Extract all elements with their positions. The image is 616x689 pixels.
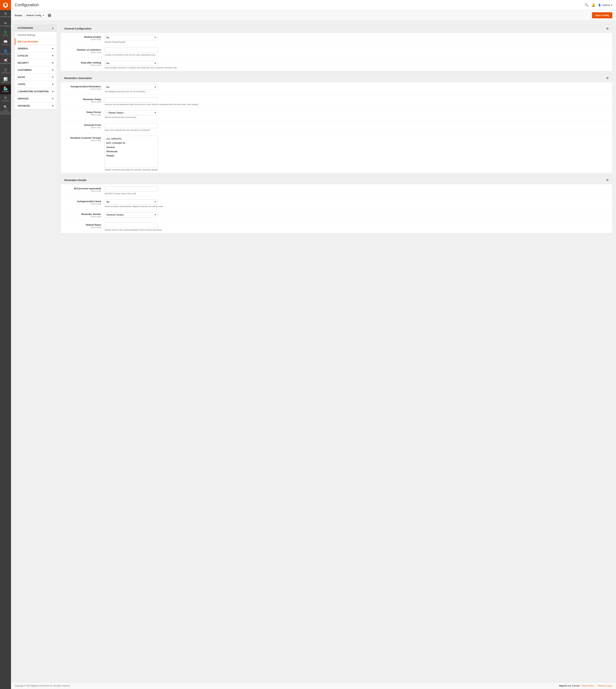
content-icon: ◫: [4, 68, 7, 71]
number-of-reminders-hint: number of reminders to be sent for each …: [105, 54, 609, 56]
sidebar-label-catalog: CATALOG: [2, 44, 9, 46]
sidebar-item-reports[interactable]: 📊 REPORTS: [0, 76, 11, 85]
default-name-row: Default Name [store view] Default name o…: [61, 220, 612, 233]
reminders-generation-collapse-icon: ⊖: [606, 76, 609, 80]
reminder-sender-row: Reminder Sender [store view] General Con…: [61, 210, 612, 220]
generate-from-hint: Days since abandoned carts should be con…: [105, 129, 609, 131]
sidebar-item-system[interactable]: ⚙ SYSTEM: [0, 94, 11, 104]
user-chevron-icon: ▾: [611, 4, 612, 6]
scope-select[interactable]: Default Config: [24, 13, 46, 18]
general-configuration-header[interactable]: General Configuration ⊖: [61, 25, 612, 33]
reminder-sender-select[interactable]: General Contact Sales Representative Cus…: [105, 212, 158, 217]
generate-from-label: Generate From: [64, 124, 101, 126]
nav-marketing-automation-chevron-icon: ▼: [52, 90, 54, 93]
nav-item-ew-cart-reminder[interactable]: EW Cart Reminder: [15, 38, 57, 45]
sidebar-item-customers[interactable]: 👤 CUSTOMERS: [0, 47, 11, 57]
sidebar-label-extendware: EXTENDWARE: [0, 25, 11, 27]
nav-advanced-header[interactable]: ADVANCED ▼: [15, 102, 57, 109]
scope-left: Scope: Default Config ?: [15, 13, 51, 18]
disabled-customer-groups-input-col: ALL GROUPS NOT LOGGED IN General Wholesa…: [105, 136, 609, 171]
dashboard-icon: ⊞: [4, 12, 7, 15]
sidebar-item-content[interactable]: ◫ CONTENT: [0, 66, 11, 76]
sidebar-label-find-partners: FIND PARTNERS & EXTENSIONS: [0, 109, 11, 115]
scope-help-icon[interactable]: ?: [48, 14, 51, 17]
reminder-delay-input[interactable]: [105, 97, 158, 103]
module-enable-select[interactable]: No Yes: [105, 35, 158, 40]
disabled-customer-groups-listbox[interactable]: ALL GROUPS NOT LOGGED IN General Wholesa…: [105, 136, 158, 168]
module-enable-label: Module Enable: [64, 36, 101, 38]
left-nav: EXTENDWARE ▲ General Settings EW Cart Re…: [15, 24, 57, 679]
nav-yotpo-header[interactable]: YOTPO ▼: [15, 81, 57, 88]
extendware-icon: ◈: [4, 21, 7, 25]
search-icon[interactable]: 🔍: [585, 3, 589, 7]
sidebar-item-sales[interactable]: 💲 SALES: [0, 29, 11, 38]
delay-period-select[interactable]: -- Please Select -- Minutes Hours Days: [105, 110, 158, 115]
nav-customers-header[interactable]: CUSTOMERS ▼: [15, 67, 57, 74]
user-menu[interactable]: 👤 vaibhav ▾: [598, 4, 612, 6]
bcc-input[interactable]: [105, 186, 158, 192]
disabled-customer-groups-label-col: Disabled Customer Groups [store view]: [64, 136, 105, 142]
footer-separator: |: [596, 685, 596, 687]
autogeneration-send-hint: Send reminders automatically, Magento in…: [105, 205, 609, 208]
nav-item-general-settings[interactable]: General Settings: [15, 32, 57, 38]
sidebar-label-system: SYSTEM: [2, 100, 9, 102]
autogeneration-reminders-scope: [store view]: [64, 88, 101, 90]
marketing-icon: 📢: [3, 59, 7, 62]
nav-security-header[interactable]: SECURITY ▼: [15, 60, 57, 67]
copyright-text: Copyright © 2022 Magento Commerce Inc. A…: [15, 685, 70, 687]
sidebar-label-dashboard: DASHBOARD: [0, 16, 11, 18]
stores-icon: 🏪: [3, 87, 7, 90]
generate-from-input[interactable]: [105, 123, 158, 128]
reminder-delay-label-col: Reminder Delay [store view]: [64, 97, 105, 103]
sidebar-item-dashboard[interactable]: ⊞ DASHBOARD: [0, 10, 11, 19]
autogeneration-send-select[interactable]: No Yes: [105, 199, 158, 204]
nav-sales-header[interactable]: SALES ▼: [15, 74, 57, 81]
reminders-emails-title: Reminders Emails: [64, 179, 87, 181]
nav-section-extendware-header[interactable]: EXTENDWARE ▲: [15, 25, 57, 32]
stop-after-visiting-select[interactable]: No Yes: [105, 61, 158, 66]
nav-marketing-automation-header[interactable]: ⬡ MARKETING AUTOMATION ▼: [15, 88, 57, 95]
scope-label: Scope:: [15, 14, 23, 17]
bell-icon[interactable]: 🔔: [591, 3, 595, 7]
sidebar-label-sales: SALES: [3, 35, 8, 36]
sidebar-item-catalog[interactable]: 📖 CATALOG: [0, 38, 11, 47]
reminder-delay-hint: Assume cart as abandoned after this amou…: [105, 103, 609, 106]
magento-logo[interactable]: [0, 0, 11, 10]
report-issue-link[interactable]: Report an Issue: [598, 685, 612, 687]
autogeneration-reminders-select[interactable]: No Yes: [105, 84, 158, 90]
sidebar-label-marketing: MARKETING: [1, 63, 10, 64]
number-of-reminders-input-col: number of reminders to be sent for each …: [105, 48, 609, 56]
autogeneration-send-input-col: No Yes Send reminders automatically, Mag…: [105, 199, 609, 208]
nav-collapsed-sections: GENERAL ▼ CATALOG ▼ SECURITY ▼ CUSTOMERS…: [15, 45, 57, 110]
privacy-policy-link[interactable]: Privacy Policy: [581, 685, 594, 687]
save-config-button[interactable]: Save Config: [592, 12, 612, 18]
bcc-label-col: BCC(comma seperated) [store view]: [64, 186, 105, 192]
page-title: Configuration: [15, 3, 39, 7]
sidebar-item-extendware[interactable]: ◈ EXTENDWARE: [0, 19, 11, 29]
nav-services-label: SERVICES: [18, 98, 28, 100]
nav-general-header[interactable]: GENERAL ▼: [15, 45, 57, 52]
sidebar-item-stores[interactable]: 🏪 STORES: [0, 85, 11, 94]
nav-catalog-header[interactable]: CATALOG ▼: [15, 52, 57, 60]
reminder-sender-label-col: Reminder Sender [store view]: [64, 212, 105, 218]
reminders-generation-header[interactable]: Reminders Generation ⊖: [61, 74, 612, 82]
number-of-reminders-input[interactable]: [105, 48, 158, 53]
sidebar-item-marketing[interactable]: 📢 MARKETING: [0, 57, 11, 66]
reminders-emails-header[interactable]: Reminders Emails ⊖: [61, 176, 612, 184]
default-name-input[interactable]: [105, 223, 158, 228]
module-enable-hint: Module Enable/Disable: [105, 41, 609, 43]
number-of-reminders-label: Number of reminders: [64, 48, 101, 51]
autogeneration-reminders-input-col: No Yes Use Magento internal crons for th…: [105, 84, 609, 93]
nav-security-label: SECURITY: [18, 62, 29, 64]
nav-general-label: GENERAL: [18, 47, 28, 50]
find-partners-icon: 🔍: [3, 106, 7, 109]
user-icon: 👤: [598, 4, 601, 6]
default-name-input-col: Default name of the customer(helpful if …: [105, 223, 609, 231]
footer-right: Magento ver. 2.4.3-p2 Privacy Policy | R…: [559, 685, 612, 687]
delay-period-input-col: -- Please Select -- Minutes Hours Days A…: [105, 110, 609, 118]
sidebar-item-find-partners[interactable]: 🔍 FIND PARTNERS & EXTENSIONS: [0, 104, 11, 117]
page-body: EXTENDWARE ▲ General Settings EW Cart Re…: [11, 21, 616, 682]
module-enable-row: Module Enable [store view] No Yes Module…: [61, 33, 612, 45]
nav-services-header[interactable]: SERVICES ▼: [15, 95, 57, 102]
reminders-emails-collapse-icon: ⊖: [606, 178, 609, 182]
